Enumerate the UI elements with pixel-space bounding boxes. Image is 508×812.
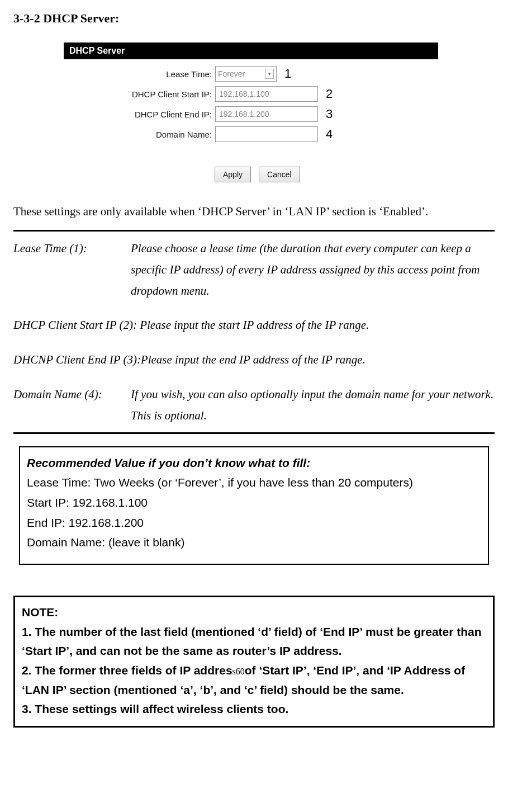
note-line-3: 3. These settings will affect wireless c…	[22, 700, 486, 719]
form-button-row: Apply Cancel	[215, 167, 455, 182]
form-row-domain-name: Domain Name: 4	[64, 124, 455, 144]
label-lease-time: Lease Time:	[64, 69, 215, 79]
start-ip-input[interactable]: 192.168.1.100	[215, 86, 318, 102]
lease-time-select[interactable]: Forever ▾	[215, 66, 277, 82]
def-lease-time: Lease Time (1): Please choose a lease ti…	[13, 238, 495, 301]
def-domain-name: Domain Name (4): If you wish, you can al…	[13, 384, 495, 427]
rec-domain-name: Domain Name: (leave it blank)	[27, 532, 481, 553]
rec-start-ip: Start IP: 192.168.1.100	[27, 493, 481, 513]
domain-name-input[interactable]	[215, 126, 318, 142]
note-line-2: 2. The former three fields of IP address…	[22, 661, 486, 700]
intro-paragraph: These settings are only available when ‘…	[13, 205, 495, 219]
callout-2: 2	[326, 87, 333, 101]
callout-3: 3	[326, 107, 333, 121]
def-domain-name-text: If you wish, you can also optionally inp…	[131, 384, 495, 427]
lease-time-value: Forever	[218, 69, 245, 78]
note-line-2a: 2. The former three fields of IP addres	[22, 664, 232, 677]
label-start-ip: DHCP Client Start IP:	[64, 89, 215, 99]
page-number-inline: 60	[236, 667, 245, 676]
def-start-ip: DHCP Client Start IP (2): Please input t…	[13, 315, 495, 336]
chevron-down-icon: ▾	[265, 69, 274, 79]
rec-end-ip: End IP: 192.168.1.200	[27, 513, 481, 533]
def-domain-name-label: Domain Name (4):	[13, 384, 131, 427]
cancel-button[interactable]: Cancel	[259, 167, 300, 182]
end-ip-input[interactable]: 192.168.1.200	[215, 106, 318, 122]
dhcp-server-form-screenshot: DHCP Server Lease Time: Forever ▾ 1 DHCP…	[64, 43, 455, 182]
def-end-ip: DHCNP Client End IP (3):Please input the…	[13, 350, 495, 371]
form-table: Lease Time: Forever ▾ 1 DHCP Client Star…	[64, 64, 455, 182]
start-ip-value: 192.168.1.100	[219, 89, 269, 98]
form-row-start-ip: DHCP Client Start IP: 192.168.1.100 2	[64, 84, 455, 104]
rec-lease-time: Lease Time: Two Weeks (or ‘Forever’, if …	[27, 473, 481, 493]
label-domain-name: Domain Name:	[64, 130, 215, 139]
label-end-ip: DHCP Client End IP:	[64, 110, 215, 119]
def-lease-time-label: Lease Time (1):	[13, 238, 131, 301]
def-lease-time-text: Please choose a lease time (the duration…	[131, 238, 495, 301]
recommended-values-box: Recommended Value if you don’t know what…	[19, 446, 489, 565]
apply-button[interactable]: Apply	[215, 167, 251, 182]
form-banner: DHCP Server	[64, 43, 438, 59]
callout-1: 1	[284, 67, 291, 81]
form-row-lease-time: Lease Time: Forever ▾ 1	[64, 64, 455, 84]
callout-4: 4	[326, 127, 333, 141]
section-heading: 3-3-2 DHCP Server:	[13, 11, 495, 26]
rec-title: Recommended Value if you don’t know what…	[27, 453, 481, 473]
end-ip-value: 192.168.1.200	[219, 110, 269, 119]
note-box: NOTE: 1. The number of the last field (m…	[13, 596, 495, 728]
note-title: NOTE:	[22, 603, 486, 622]
form-row-end-ip: DHCP Client End IP: 192.168.1.200 3	[64, 104, 455, 124]
definitions-block: Lease Time (1): Please choose a lease ti…	[13, 230, 495, 434]
note-line-1: 1. The number of the last field (mention…	[22, 622, 486, 661]
